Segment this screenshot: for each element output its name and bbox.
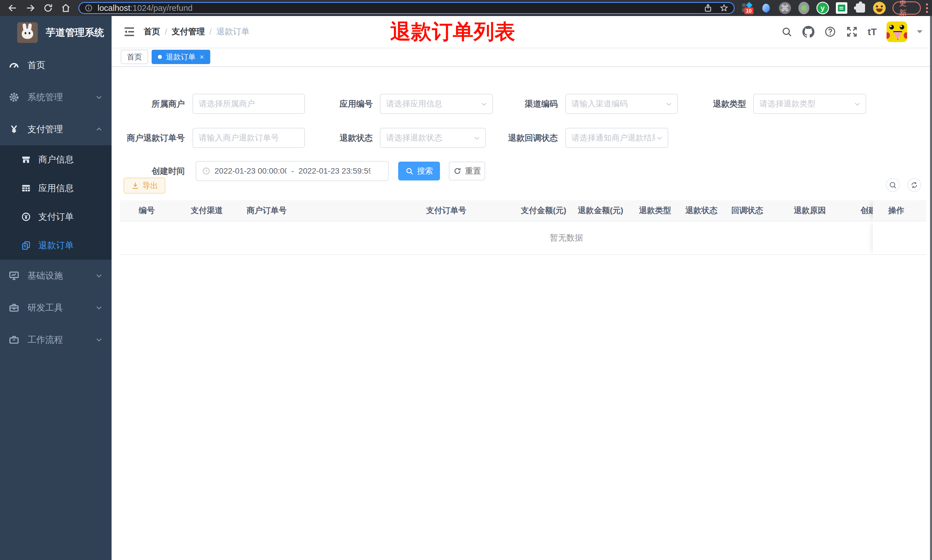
table-header-action: 操作 <box>888 200 904 221</box>
fixed-action-column-header: 操作 <box>873 200 926 221</box>
sidebar-item-monitor[interactable]: 基础设施 <box>0 260 112 292</box>
browser-menu-icon[interactable] <box>926 3 928 13</box>
filter-select-field[interactable]: 请选择通知商户退款结果的 <box>565 128 668 148</box>
sidebar-menu: 首页系统管理支付管理商户信息应用信息支付订单退款订单基础设施研发工具工作流程 <box>0 49 112 356</box>
filter-select-field[interactable]: 请选择应用信息 <box>380 94 493 114</box>
filter-label: 退款回调状态 <box>508 128 558 148</box>
breadcrumb-current: 退款订单 <box>216 26 249 37</box>
extension-y-icon[interactable]: y <box>817 2 829 14</box>
table-header: 创建时间退款原因回调状态退款状态退款类型退款金额(元)支付金额(元)支付订单号商… <box>120 200 926 222</box>
sidebar-item-label: 支付订单 <box>38 211 74 223</box>
extension-chat-icon[interactable] <box>835 2 848 14</box>
breadcrumb-home[interactable]: 首页 <box>144 26 160 37</box>
placeholder-text: 请输入商户退款订单号 <box>199 132 298 143</box>
browser-home-icon[interactable] <box>61 3 71 13</box>
table-header-cell: 支付订单号 <box>426 200 466 221</box>
toolbox-icon <box>9 302 20 313</box>
breadcrumb-pay-manage[interactable]: 支付管理 <box>172 26 205 37</box>
url-path: :1024/pay/refund <box>130 3 192 12</box>
table-header-cell: 退款类型 <box>639 200 671 221</box>
empty-state-text: 暂无数据 <box>550 232 583 244</box>
text-size-icon[interactable]: tT <box>867 26 877 38</box>
app-title: 芋道管理系统 <box>46 26 104 39</box>
table-header-cell: 退款状态 <box>685 200 717 221</box>
sidebar-item-document[interactable]: 退款订单 <box>0 231 112 260</box>
yen-icon <box>9 124 20 135</box>
browser-back-icon[interactable] <box>8 3 18 13</box>
bookmark-star-icon[interactable] <box>720 3 729 12</box>
filter-select-field[interactable]: 请选择退款类型 <box>753 94 866 114</box>
site-info-icon[interactable] <box>85 4 93 12</box>
monitor-icon <box>9 270 20 281</box>
table-header-cell: 回调状态 <box>731 200 763 221</box>
share-icon[interactable] <box>703 3 713 12</box>
window-right-edge <box>930 16 932 560</box>
help-icon[interactable] <box>824 26 836 38</box>
extensions-puzzle-icon[interactable] <box>854 2 867 14</box>
reset-button[interactable]: 重置 <box>449 162 485 180</box>
sidebar-item-label: 退款订单 <box>38 239 74 251</box>
chevron-down-icon <box>472 134 481 142</box>
search-button[interactable]: 搜索 <box>398 162 440 180</box>
chrome-update-button[interactable]: 更新 <box>892 2 921 15</box>
extension-badge-count: 10 <box>744 8 754 14</box>
sidebar-item-dashboard[interactable]: 首页 <box>0 49 112 81</box>
extension-command-icon[interactable]: ⌘ <box>779 2 791 14</box>
sidebar-item-label: 支付管理 <box>28 123 63 135</box>
navbar: 首页 / 支付管理 / 退款订单 退款订单列表 tT <box>112 16 930 48</box>
sidebar-item-shop[interactable]: 商户信息 <box>0 145 112 174</box>
chevron-down-icon <box>655 134 664 142</box>
filter-label: 所属商户 <box>152 94 185 114</box>
export-button[interactable]: 导出 <box>124 178 165 194</box>
placeholder-text: 请选择退款状态 <box>386 132 480 143</box>
filter-select-field[interactable]: 请选择退款状态 <box>380 128 486 148</box>
refresh-table-button[interactable] <box>907 178 921 192</box>
github-icon[interactable] <box>803 26 814 38</box>
app-logo[interactable]: 芋道管理系统 <box>0 16 112 49</box>
sidebar-item-label: 研发工具 <box>28 302 63 314</box>
filter-select-field[interactable]: 请输入渠道编码 <box>565 94 678 114</box>
browser-reload-icon[interactable] <box>43 3 53 13</box>
filter-label: 退款类型 <box>713 94 746 114</box>
tab-home[interactable]: 首页 <box>121 50 148 64</box>
sidebar-item-toolbox[interactable]: 研发工具 <box>0 292 112 324</box>
extension-badge-icon[interactable]: 10 <box>741 2 754 14</box>
browser-forward-icon[interactable] <box>25 3 35 13</box>
date-start-value: 2022-01-23 00:00:00 <box>215 166 287 175</box>
avatar-dropdown-caret[interactable] <box>917 30 923 36</box>
extension-green-dot-icon[interactable] <box>798 2 810 14</box>
filter-input-field[interactable]: 请输入商户退款订单号 <box>192 128 305 148</box>
table-empty-row: 暂无数据 <box>120 222 926 255</box>
user-avatar[interactable] <box>886 22 907 42</box>
sidebar-item-yen[interactable]: 支付管理 <box>0 113 112 145</box>
address-bar[interactable]: localhost:1024/pay/refund <box>78 2 735 14</box>
extensions-row: 10 ⌘ y <box>741 2 886 14</box>
tab-close-icon[interactable]: × <box>200 52 204 62</box>
tab-refund-order[interactable]: 退款订单× <box>152 50 210 64</box>
grid-icon <box>21 183 31 193</box>
search-button-label: 搜索 <box>417 166 433 177</box>
active-tab-dot <box>158 55 162 59</box>
browser-toolbar: localhost:1024/pay/refund 10 ⌘ y 更新 <box>0 0 932 16</box>
extension-balloon-icon[interactable] <box>760 2 772 14</box>
sidebar-toggle-icon[interactable] <box>123 25 135 38</box>
sidebar-item-grid[interactable]: 应用信息 <box>0 174 112 203</box>
sidebar-item-label: 商户信息 <box>38 154 74 166</box>
briefcase-icon <box>9 334 20 345</box>
fullscreen-icon[interactable] <box>846 26 858 38</box>
shop-icon <box>21 155 31 165</box>
sidebar-item-gear[interactable]: 系统管理 <box>0 81 112 113</box>
table-header-cell: 退款金额(元) <box>578 200 623 221</box>
header-search-icon[interactable] <box>781 26 793 38</box>
filter-input-field[interactable]: 请选择所属商户 <box>192 94 305 114</box>
clock-icon <box>202 167 211 175</box>
sidebar-item-briefcase[interactable]: 工作流程 <box>0 324 112 356</box>
toggle-search-form-button[interactable] <box>886 178 900 192</box>
dashboard-icon <box>9 60 20 71</box>
chevron-down-icon <box>853 100 861 108</box>
sidebar-item-yen-circle[interactable]: 支付订单 <box>0 203 112 231</box>
filter-label: 商户退款订单号 <box>127 128 185 148</box>
profile-emoji-avatar[interactable] <box>873 2 886 14</box>
filter-label: 退款状态 <box>340 128 373 148</box>
create-time-range-picker[interactable]: 2022-01-23 00:00:00 - 2022-01-23 23:59:5… <box>196 161 389 181</box>
